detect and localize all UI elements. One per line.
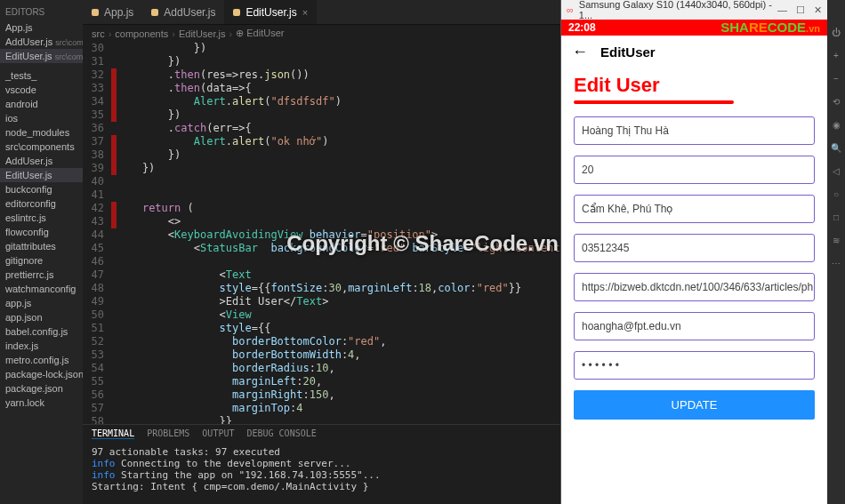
text-input[interactable]: https://bizweb.dktcdn.net/100/346/633/ar…	[574, 273, 815, 301]
volume-down-icon[interactable]: −	[831, 73, 841, 84]
terminal-tab[interactable]: PROBLEMS	[147, 428, 189, 439]
text-input[interactable]: Hoàng Thị Thu Hà	[574, 116, 815, 145]
file-item[interactable]: prettierrc.js	[0, 268, 83, 282]
zoom-icon[interactable]: 🔍	[831, 142, 841, 153]
file-item[interactable]: yarn.lock	[0, 396, 83, 410]
file-item[interactable]: package-lock.json	[0, 367, 83, 381]
close-icon[interactable]: ✕	[814, 4, 822, 16]
file-item[interactable]: babel.config.js	[0, 324, 83, 339]
tab-bar: App.jsAddUser.jsEditUser.js ×	[83, 0, 560, 25]
explorer-sidebar: EDITORS App.jsAddUser.js src\componentsE…	[0, 0, 83, 504]
text-input[interactable]: Cẩm Khê, Phú Thọ	[574, 195, 815, 223]
file-item[interactable]: gitignore	[0, 253, 83, 268]
terminal-tab[interactable]: DEBUG CONSOLE	[246, 428, 316, 439]
open-editors-header: EDITORS	[0, 4, 83, 20]
file-item[interactable]: gitattributes	[0, 239, 83, 253]
terminal-line: info Connecting to the development serve…	[92, 458, 551, 469]
file-item[interactable]: editorconfig	[0, 196, 83, 211]
minimize-icon[interactable]: —	[777, 4, 787, 16]
file-item[interactable]: watchmanconfig	[0, 282, 83, 296]
file-item[interactable]: buckconfig	[0, 182, 83, 196]
terminal-line: info Starting the app on "192.168.74.103…	[92, 469, 551, 481]
file-item[interactable]: AddUser.js	[0, 154, 83, 168]
screenshot-icon[interactable]: ◉	[831, 119, 841, 130]
file-item[interactable]: EditUser.js	[0, 168, 83, 182]
back-nav-icon[interactable]: ◁	[831, 165, 841, 176]
breadcrumb[interactable]: src›components›EditUser.js›⊕ EditUser	[83, 25, 560, 42]
emulator-toolbar: ⏻ + − ⟲ ◉ 🔍 ◁ ○ □ ≋ ⋯	[827, 0, 845, 504]
emulator-titlebar[interactable]: ∞ Samsung Galaxy S10 (1440x3040, 560dpi)…	[561, 0, 827, 20]
text-input[interactable]: 20	[574, 156, 815, 184]
terminal-tab[interactable]: OUTPUT	[202, 428, 234, 439]
file-item[interactable]: vscode	[0, 83, 83, 97]
open-editor-item[interactable]: App.js	[0, 20, 83, 35]
file-item[interactable]: metro.config.js	[0, 353, 83, 367]
update-button[interactable]: UPDATE	[574, 390, 815, 420]
file-item[interactable]: app.json	[0, 310, 83, 324]
file-item[interactable]: package.json	[0, 381, 83, 396]
back-icon[interactable]: ←	[572, 43, 588, 61]
editor-tab[interactable]: EditUser.js ×	[224, 0, 317, 24]
file-item[interactable]: app.js	[0, 296, 83, 310]
file-item[interactable]: index.js	[0, 339, 83, 353]
wifi-icon[interactable]: ≋	[831, 235, 841, 245]
file-item[interactable]: node_modules	[0, 125, 83, 140]
maximize-icon[interactable]: ☐	[796, 4, 805, 16]
text-input[interactable]: • • • • • •	[574, 351, 815, 380]
breadcrumb-segment[interactable]: components	[115, 28, 168, 39]
editor-tab[interactable]: AddUser.js	[142, 0, 224, 24]
breadcrumb-segment[interactable]: EditUser.js	[179, 28, 226, 39]
more-icon[interactable]: ⋯	[831, 258, 841, 268]
volume-up-icon[interactable]: +	[831, 50, 841, 60]
breadcrumb-segment[interactable]: ⊕ EditUser	[236, 28, 284, 39]
terminal-tab[interactable]: TERMINAL	[92, 428, 134, 439]
terminal-line: Starting: Intent { cmp=com.demo/.MainAct…	[92, 481, 551, 492]
emulator-title-text: Samsung Galaxy S10 (1440x3040, 560dpi) -…	[579, 0, 772, 20]
terminal-panel: TERMINALPROBLEMSOUTPUTDEBUG CONSOLE 97 a…	[83, 424, 560, 504]
open-editor-item[interactable]: EditUser.js src\components	[0, 49, 83, 63]
power-icon[interactable]: ⏻	[831, 27, 841, 37]
file-item[interactable]: _tests_	[0, 68, 83, 83]
file-item[interactable]: eslintrc.js	[0, 211, 83, 225]
file-item[interactable]: flowconfig	[0, 225, 83, 239]
editor-tab[interactable]: App.js	[83, 0, 142, 24]
link-icon: ∞	[567, 4, 574, 15]
rotate-icon[interactable]: ⟲	[831, 96, 841, 107]
appbar-title: EditUser	[600, 44, 656, 60]
breadcrumb-segment[interactable]: src	[92, 28, 105, 39]
app-bar: ← EditUser	[561, 36, 827, 68]
file-item[interactable]: src\components	[0, 140, 83, 154]
page-title: Edit User	[574, 74, 815, 97]
emulator-window: ∞ Samsung Galaxy S10 (1440x3040, 560dpi)…	[560, 0, 827, 504]
editor-pane: App.jsAddUser.jsEditUser.js × src›compon…	[83, 0, 560, 504]
text-input[interactable]: 03512345	[574, 234, 815, 262]
overview-icon[interactable]: □	[831, 212, 841, 222]
title-underline	[574, 100, 734, 104]
code-editor[interactable]: 3031323334353637383940414243444546474849…	[83, 42, 560, 424]
open-editor-item[interactable]: AddUser.js src\components	[0, 35, 83, 49]
terminal-line: 97 actionable tasks: 97 executed	[92, 446, 551, 458]
file-item[interactable]: ios	[0, 111, 83, 125]
home-icon[interactable]: ○	[831, 188, 841, 199]
text-input[interactable]: hoangha@fpt.edu.vn	[574, 312, 815, 340]
sharecode-logo: SHARECODE.vn	[720, 20, 820, 35]
file-item[interactable]: android	[0, 97, 83, 111]
